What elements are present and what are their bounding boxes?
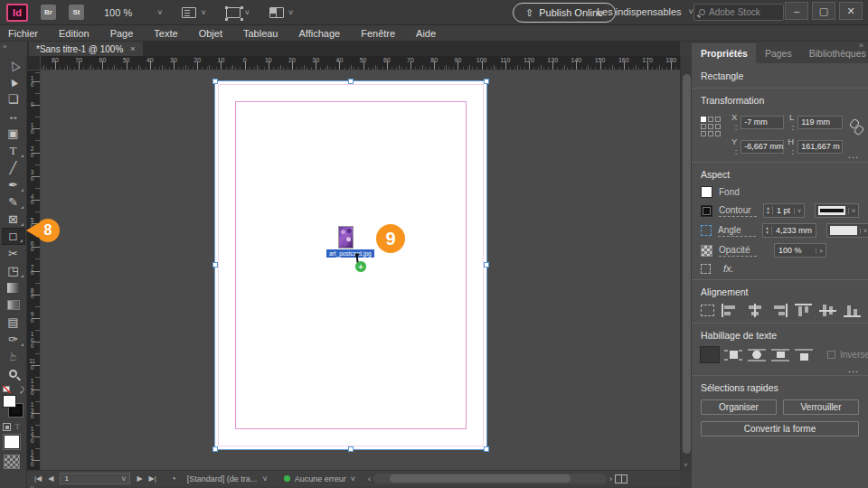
proxy-cell[interactable] <box>715 131 721 136</box>
menu-objet[interactable]: Objet <box>199 28 222 39</box>
x-field[interactable]: -7 mm <box>741 116 784 129</box>
stroke-link[interactable]: Contour <box>719 205 757 217</box>
corner-link[interactable]: Angle <box>718 225 756 237</box>
note-tool-icon[interactable]: ▤ <box>2 314 25 331</box>
swap-fill-stroke-icon[interactable]: ⤸ <box>20 386 24 395</box>
wrap-jump-object-icon[interactable] <box>771 347 789 362</box>
align-bottom-icon[interactable] <box>844 304 861 317</box>
verrouiller-button[interactable]: Verrouiller <box>783 399 859 415</box>
page-number-dropdown[interactable]: 1 ˅ <box>60 473 130 484</box>
preflight-icon[interactable]: ◔ <box>171 474 176 483</box>
wrap-jump-column-icon[interactable] <box>795 347 813 362</box>
selection-handle[interactable] <box>212 446 218 452</box>
wrap-none-icon[interactable] <box>701 347 719 362</box>
scroll-left-icon[interactable]: ‹ <box>368 474 371 483</box>
content-collector-tool-icon[interactable]: ▣ <box>2 125 25 142</box>
zoom-tool-icon[interactable] <box>2 365 25 382</box>
panel-tab-proprits[interactable]: Propriétés <box>692 43 756 63</box>
width-field[interactable]: 119 mm <box>797 116 843 129</box>
stroke-color-swatch[interactable] <box>701 205 712 217</box>
close-button[interactable]: ✕ <box>839 2 863 20</box>
proxy-cell[interactable] <box>715 124 721 129</box>
minimize-button[interactable]: – <box>785 2 808 20</box>
selection-handle[interactable] <box>348 446 354 452</box>
selection-handle[interactable] <box>212 262 218 267</box>
spread-view-icon[interactable] <box>615 474 627 483</box>
eyedropper-tool-icon[interactable]: ✑ <box>2 331 25 348</box>
formatting-affects-container-icon[interactable] <box>3 423 11 431</box>
close-tab-icon[interactable]: × <box>130 44 135 53</box>
chevron-down-icon[interactable]: ˅ <box>794 208 804 214</box>
placed-image-thumbnail[interactable] <box>338 226 354 249</box>
selection-handle[interactable] <box>484 446 489 452</box>
bridge-button[interactable]: Br <box>41 5 56 20</box>
proxy-cell[interactable] <box>708 124 713 129</box>
wrap-bounding-box-icon[interactable] <box>724 347 742 362</box>
effects-fx-icon[interactable]: fx. <box>723 263 734 274</box>
maximize-button[interactable]: ▢ <box>812 2 835 20</box>
previous-page-button[interactable]: ◀ <box>48 474 53 483</box>
last-page-button[interactable]: ▶| <box>149 474 156 483</box>
menu-fentre[interactable]: Fenêtre <box>361 28 395 39</box>
horizontal-scrollbar[interactable]: ‹ › <box>368 474 627 483</box>
horizontal-scrollbar-track[interactable] <box>373 474 607 483</box>
y-field[interactable]: -6,667 mm <box>741 140 784 154</box>
view-options-dropdown[interactable]: ˅ <box>182 7 205 18</box>
document-page[interactable] <box>215 81 486 449</box>
apply-color-button[interactable] <box>4 435 20 449</box>
stepper-arrows-icon[interactable]: ▲▼ <box>763 226 772 235</box>
direct-selection-tool-icon[interactable]: ▲ <box>2 73 25 90</box>
selection-handle[interactable] <box>484 262 489 267</box>
panel-tab-pages[interactable]: Pages <box>756 43 800 63</box>
next-page-button[interactable]: ▶ <box>137 474 142 483</box>
align-center-horizontal-icon[interactable] <box>746 304 763 317</box>
align-center-vertical-icon[interactable] <box>819 304 836 317</box>
apply-gradient-button[interactable] <box>4 455 20 469</box>
screen-mode-dropdown[interactable]: ˅ <box>269 7 293 18</box>
selection-handle[interactable] <box>484 79 489 84</box>
align-right-icon[interactable] <box>770 304 788 317</box>
gap-tool-icon[interactable]: ↔ <box>2 108 25 125</box>
menu-edition[interactable]: Edition <box>59 28 90 39</box>
stock-button[interactable]: St <box>69 5 84 20</box>
menu-tableau[interactable]: Tableau <box>243 28 278 39</box>
horizontal-ruler[interactable]: 8070605040302010010203040506070809010011… <box>41 56 680 70</box>
text-wrap-more-options[interactable]: ... <box>848 363 859 374</box>
stepper-arrows-icon[interactable]: ▲▼ <box>764 206 773 215</box>
first-page-button[interactable]: |◀ <box>34 474 42 483</box>
fill-color-swatch[interactable] <box>701 186 712 198</box>
proxy-cell[interactable] <box>708 117 713 122</box>
rectangle-tool-icon[interactable]: □ <box>2 228 25 245</box>
toolbar-collapse-icon[interactable]: » <box>0 42 27 56</box>
proxy-cell[interactable] <box>708 131 713 136</box>
menu-texte[interactable]: Texte <box>154 28 177 39</box>
stroke-weight-stepper[interactable]: ▲▼ 1 pt ˅ <box>763 203 805 218</box>
document-tab[interactable]: *Sans titre-1 @ 100% × <box>29 42 143 56</box>
panel-tab-bibliothques[interactable]: Bibliothèques <box>800 43 868 63</box>
horizontal-scrollbar-thumb[interactable] <box>390 474 571 483</box>
panel-collapse-icon[interactable]: » <box>859 41 863 50</box>
scroll-right-icon[interactable]: › <box>609 474 612 483</box>
line-tool-icon[interactable]: ╱ <box>2 159 25 176</box>
reference-point-proxy[interactable] <box>701 117 721 156</box>
opacity-expand-icon[interactable]: > <box>816 248 826 254</box>
adobe-stock-search[interactable]: Adobe Stock <box>693 4 784 21</box>
height-field[interactable]: 161,667 m <box>797 140 843 154</box>
vertical-scrollbar-thumb[interactable] <box>683 74 691 454</box>
type-tool-icon[interactable]: T <box>2 142 25 159</box>
vertical-ruler[interactable]: 1001020304050607080901001101201301401501… <box>27 70 41 470</box>
menu-fichier[interactable]: Fichier <box>8 28 38 39</box>
preflight-profile-dropdown[interactable]: [Standard] (de tra... ˅ <box>187 474 268 483</box>
corner-style-dropdown[interactable]: ˅ <box>826 223 868 238</box>
vertical-scrollbar[interactable]: ˅ <box>680 56 692 470</box>
scissors-tool-icon[interactable]: ✂ <box>2 245 25 262</box>
workspace-switcher[interactable]: Les indispensables ˅ <box>597 6 693 17</box>
selection-handle[interactable] <box>348 79 354 84</box>
align-left-icon[interactable] <box>722 304 739 317</box>
pen-tool-icon[interactable]: ✒ <box>2 176 25 193</box>
gradient-feather-tool-icon[interactable] <box>2 296 25 314</box>
convertir-la-forme-button[interactable]: Convertir la forme <box>701 421 859 436</box>
scroll-down-icon[interactable]: ˅ <box>684 461 688 469</box>
hand-tool-icon[interactable]: ☞ <box>2 348 25 365</box>
selection-tool-icon[interactable]: △ <box>2 56 25 73</box>
